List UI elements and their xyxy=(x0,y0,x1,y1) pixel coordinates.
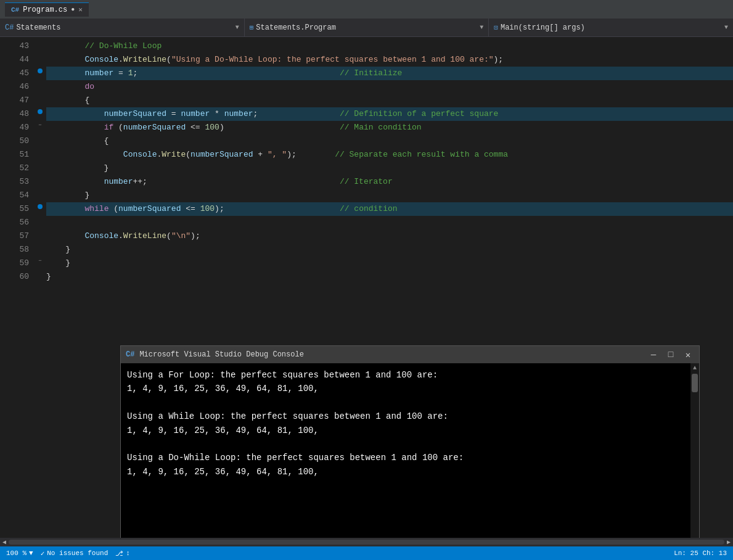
window-controls: — □ ✕ xyxy=(647,350,694,360)
console-scroll-up-icon[interactable]: ▲ xyxy=(693,364,697,371)
gutter: − − xyxy=(34,37,46,538)
toolbar-method-arrow: ▼ xyxy=(724,24,728,31)
breakpoint-55 xyxy=(38,204,43,209)
code-line-53: number++; // Iterator xyxy=(46,175,733,189)
code-line-57: Console.WriteLine("\n"); xyxy=(46,229,733,243)
line-num-58: 58 xyxy=(7,243,29,257)
status-bar: 100 % ▼ ✓ No issues found ⎇ ↕ Ln: 25 Ch:… xyxy=(0,546,733,560)
scroll-track[interactable] xyxy=(9,540,724,545)
toolbar-namespace-arrow: ▼ xyxy=(235,24,239,31)
line-num-59: 59 xyxy=(7,257,29,270)
zoom-dropdown-icon: ▼ xyxy=(29,550,33,557)
minimize-button[interactable]: — xyxy=(647,350,660,360)
gutter-59[interactable]: − xyxy=(34,254,46,268)
line-num-48: 48 xyxy=(7,107,29,121)
location-text: Ln: 25 Ch: 13 xyxy=(674,550,727,557)
console-scroll-thumb[interactable] xyxy=(692,374,698,392)
collapse-49-icon[interactable]: − xyxy=(38,118,41,132)
gutter-44 xyxy=(34,51,46,64)
code-line-45: number = 1; // Initialize xyxy=(46,67,733,80)
console-line-2: 1, 4, 9, 16, 25, 36, 49, 64, 81, 100, xyxy=(127,382,684,395)
gutter-60 xyxy=(34,268,46,281)
console-line-1: Using a For Loop: the perfect squares be… xyxy=(127,368,684,382)
gutter-50 xyxy=(34,132,46,146)
status-bar-right: Ln: 25 Ch: 13 xyxy=(674,550,727,557)
zoom-level[interactable]: 100 % ▼ xyxy=(6,550,33,557)
gutter-47 xyxy=(34,91,46,105)
debug-console-icon: C# xyxy=(126,350,134,359)
toolbar-class-icon: ⊞ xyxy=(250,23,254,31)
line-num-57: 57 xyxy=(7,229,29,243)
toolbar-csharp-icon: C# xyxy=(5,23,14,32)
gutter-52 xyxy=(34,159,46,173)
code-line-58: } xyxy=(46,243,733,257)
toolbar: C# Statements ▼ ⊞ Statements.Program ▼ ⊡… xyxy=(0,19,733,37)
toolbar-method-section[interactable]: ⊡ Main(string[] args) ▼ xyxy=(489,19,733,36)
check-icon: ✓ xyxy=(41,550,45,558)
console-line-3 xyxy=(127,396,684,410)
console-line-5: 1, 4, 9, 16, 25, 36, 49, 64, 81, 100, xyxy=(127,424,684,437)
console-line-4: Using a While Loop: the perfect squares … xyxy=(127,410,684,423)
title-bar: C# Program.cs ● ✕ xyxy=(0,0,733,19)
line-num-54: 54 xyxy=(7,189,29,202)
code-line-55: while (numberSquared <= 100); // conditi… xyxy=(46,202,733,216)
line-numbers: 43 44 45 46 47 48 49 50 51 52 53 54 55 5… xyxy=(0,37,34,538)
console-line-8: 1, 4, 9, 16, 25, 36, 49, 64, 81, 100, xyxy=(127,465,684,479)
debug-console-content: Using a For Loop: the perfect squares be… xyxy=(121,363,699,538)
debug-console-body[interactable]: Using a For Loop: the perfect squares be… xyxy=(121,363,690,538)
git-arrows: ↕ xyxy=(126,550,130,557)
debug-console-title-text: Microsoft Visual Studio Debug Console xyxy=(139,350,642,359)
close-button[interactable]: ✕ xyxy=(682,350,694,360)
tab-close-button[interactable]: ✕ xyxy=(78,6,83,14)
line-num-44: 44 xyxy=(7,53,29,67)
gutter-48 xyxy=(34,105,46,118)
line-num-53: 53 xyxy=(7,175,29,189)
code-line-60: } xyxy=(46,270,733,284)
breakpoint-45 xyxy=(38,68,43,73)
tab-filename: Program.cs xyxy=(23,6,67,14)
tab-lang-icon: C# xyxy=(11,6,19,14)
gutter-46 xyxy=(34,78,46,91)
gutter-43 xyxy=(34,37,46,51)
scroll-left-button[interactable]: ◀ xyxy=(2,538,6,546)
code-line-56 xyxy=(46,216,733,229)
gutter-51 xyxy=(34,146,46,159)
toolbar-class-label: Statements.Program xyxy=(256,23,336,32)
console-line-6 xyxy=(127,437,684,451)
console-scrollbar[interactable]: ▲ ▼ xyxy=(690,363,699,538)
line-num-49: 49 xyxy=(7,121,29,134)
editor-container: 43 44 45 46 47 48 49 50 51 52 53 54 55 5… xyxy=(0,37,733,538)
gutter-45 xyxy=(34,64,46,78)
gutter-54 xyxy=(34,186,46,200)
git-branch[interactable]: ⎇ ↕ xyxy=(115,550,130,558)
line-num-43: 43 xyxy=(7,39,29,53)
maximize-button[interactable]: □ xyxy=(665,350,677,360)
toolbar-method-label: Main(string[] args) xyxy=(501,23,585,32)
line-num-52: 52 xyxy=(7,162,29,175)
tab-modified-dot: ● xyxy=(71,6,75,13)
status-text: No issues found xyxy=(47,550,108,557)
code-line-44: Console.WriteLine("Using a Do-While Loop… xyxy=(46,53,733,67)
gutter-49[interactable]: − xyxy=(34,118,46,132)
editor-tab[interactable]: C# Program.cs ● ✕ xyxy=(5,2,89,17)
gutter-56 xyxy=(34,213,46,227)
toolbar-namespace-section[interactable]: C# Statements ▼ xyxy=(0,19,245,36)
status-check[interactable]: ✓ No issues found xyxy=(41,550,109,558)
git-icon: ⎇ xyxy=(115,550,123,558)
debug-console: C# Microsoft Visual Studio Debug Console… xyxy=(120,345,700,538)
scroll-right-button[interactable]: ▶ xyxy=(727,538,731,546)
code-line-54: } xyxy=(46,189,733,202)
toolbar-class-section[interactable]: ⊞ Statements.Program ▼ xyxy=(245,19,489,36)
zoom-value: 100 % xyxy=(6,550,27,557)
cursor-location[interactable]: Ln: 25 Ch: 13 xyxy=(674,550,727,557)
line-num-56: 56 xyxy=(7,216,29,229)
gutter-53 xyxy=(34,173,46,186)
collapse-59-icon[interactable]: − xyxy=(38,254,41,268)
code-line-46: do xyxy=(46,80,733,94)
toolbar-class-arrow: ▼ xyxy=(480,24,483,31)
line-num-47: 47 xyxy=(7,94,29,107)
code-line-59: } xyxy=(46,257,733,270)
code-line-52: } xyxy=(46,162,733,175)
gutter-57 xyxy=(34,227,46,241)
gutter-58 xyxy=(34,241,46,254)
